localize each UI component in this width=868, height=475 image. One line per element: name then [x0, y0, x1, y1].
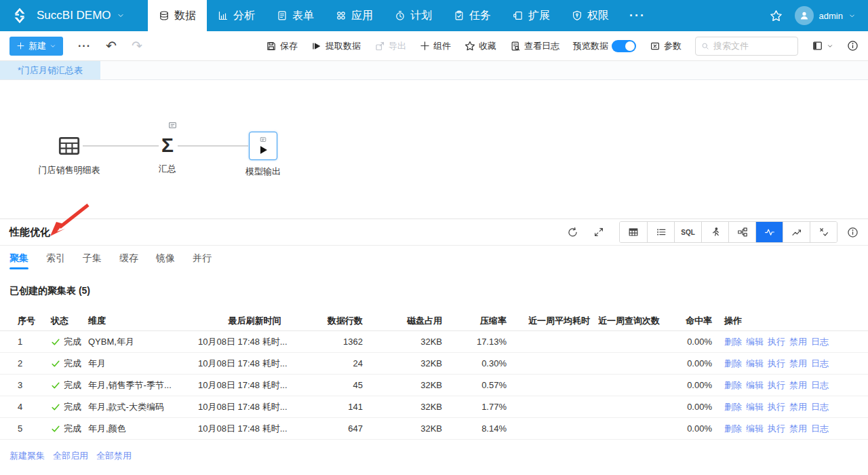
tab-mirror[interactable]: 镜像 — [156, 246, 175, 271]
cell-no: 2 — [0, 358, 46, 368]
new-button[interactable]: 新建 — [9, 37, 63, 56]
new-button-label: 新建 — [28, 40, 46, 52]
export-button[interactable]: 导出 — [374, 40, 406, 52]
refresh-button[interactable] — [567, 227, 578, 238]
delete-link[interactable]: 删除 — [724, 423, 742, 434]
nav-item-form[interactable]: 表单 — [266, 0, 325, 31]
delete-link[interactable]: 删除 — [724, 337, 742, 347]
disable-link[interactable]: 禁用 — [789, 423, 807, 434]
col-hit-rate: 命中率 — [661, 315, 713, 327]
expand-button[interactable] — [593, 227, 604, 238]
nav-label: 权限 — [587, 9, 609, 23]
edit-link[interactable]: 编辑 — [746, 423, 764, 434]
user-menu[interactable]: admin — [795, 6, 856, 25]
search-input[interactable] — [713, 41, 792, 51]
nav-item-plan[interactable]: 计划 — [384, 0, 443, 31]
layout-switcher[interactable] — [812, 40, 833, 52]
execute-link[interactable]: 执行 — [768, 402, 785, 412]
trend-view-button[interactable] — [783, 222, 810, 242]
table-view-button[interactable] — [620, 222, 647, 242]
undo-button[interactable]: ↶ — [106, 39, 117, 52]
chevron-down-icon — [50, 43, 56, 50]
favorite-button[interactable]: 收藏 — [465, 40, 496, 52]
model-canvas[interactable]: 门店销售明细表 Σ 汇总 模型输出 — [0, 80, 868, 218]
log-link[interactable]: 日志 — [811, 380, 829, 390]
nav-item-app[interactable]: 应用 — [325, 0, 384, 31]
performance-panel: 性能优化 SQL — [0, 218, 868, 472]
execute-link[interactable]: 执行 — [768, 358, 785, 368]
more-actions-button[interactable]: ··· — [78, 40, 91, 52]
edit-link[interactable]: 编辑 — [746, 402, 764, 412]
nav-item-task[interactable]: 任务 — [443, 0, 502, 31]
disable-all-link[interactable]: 全部禁用 — [96, 450, 132, 462]
flow-node-source-table[interactable]: 门店销售明细表 — [27, 133, 111, 176]
cell-compression: 17.13% — [444, 337, 509, 347]
info-icon[interactable] — [847, 40, 859, 52]
plugin-icon — [513, 10, 524, 21]
preview-data-toggle[interactable] — [612, 40, 636, 52]
editor-toolbar: 新建 ··· ↶ ↷ 保存 提取数据 导出 组件 收藏 查看日志 — [0, 31, 868, 61]
disable-link[interactable]: 禁用 — [789, 402, 807, 412]
tab-cache[interactable]: 缓存 — [119, 246, 138, 271]
log-link[interactable]: 日志 — [811, 423, 829, 434]
panel-header: 性能优化 SQL — [0, 219, 868, 246]
star-icon[interactable] — [770, 10, 783, 22]
edit-link[interactable]: 编辑 — [746, 358, 764, 368]
cell-disk-usage: 32KB — [365, 337, 444, 347]
cell-no: 1 — [0, 337, 46, 347]
tab-parallel[interactable]: 并行 — [193, 246, 212, 271]
pulse-icon — [764, 227, 775, 238]
save-button[interactable]: 保存 — [266, 40, 298, 52]
username: admin — [819, 11, 843, 21]
refresh-icon — [567, 227, 578, 238]
nav-item-extension[interactable]: 扩展 — [502, 0, 561, 31]
edit-link[interactable]: 编辑 — [746, 337, 764, 347]
delete-link[interactable]: 删除 — [724, 358, 742, 368]
component-button[interactable]: 组件 — [420, 40, 451, 52]
delete-link[interactable]: 删除 — [724, 402, 742, 412]
nav-item-permission[interactable]: 权限 — [561, 0, 620, 31]
redo-button[interactable]: ↷ — [132, 39, 142, 52]
chevron-down-icon — [117, 12, 125, 20]
cell-disk-usage: 32KB — [365, 380, 444, 390]
preview-data-control: 预览数据 — [573, 40, 636, 52]
performance-view-button[interactable] — [755, 222, 783, 242]
flow-view-button[interactable] — [728, 222, 755, 242]
validate-view-button[interactable] — [810, 222, 837, 242]
impact-analysis-button[interactable] — [701, 222, 728, 242]
list-view-button[interactable] — [647, 222, 674, 242]
col-row-count: 数据行数 — [315, 315, 365, 327]
nav-item-data[interactable]: 数据 — [148, 0, 207, 31]
flow-node-aggregate[interactable]: Σ 汇总 — [139, 121, 196, 175]
file-tab-active[interactable]: *门店月销汇总表 — [0, 61, 100, 79]
execute-link[interactable]: 执行 — [768, 423, 785, 434]
log-link[interactable]: 日志 — [811, 402, 829, 412]
brand[interactable]: SuccBI DEMO — [0, 0, 148, 31]
disable-link[interactable]: 禁用 — [789, 337, 807, 347]
sql-view-button[interactable]: SQL — [674, 222, 701, 242]
params-button[interactable]: 参数 — [650, 40, 682, 52]
nav-item-analysis[interactable]: 分析 — [207, 0, 266, 31]
view-log-button[interactable]: 查看日志 — [510, 40, 559, 52]
nav-more-button[interactable]: ··· — [620, 0, 655, 31]
tab-index[interactable]: 索引 — [46, 246, 65, 271]
tab-aggregate[interactable]: 聚集 — [9, 246, 28, 271]
disable-link[interactable]: 禁用 — [789, 358, 807, 368]
execute-link[interactable]: 执行 — [768, 337, 785, 347]
cell-refresh-time: 10月08日 17:48 耗时... — [194, 401, 315, 413]
extract-data-button[interactable]: 提取数据 — [311, 40, 361, 52]
tab-subset[interactable]: 子集 — [83, 246, 102, 271]
delete-link[interactable]: 删除 — [724, 380, 742, 390]
log-link[interactable]: 日志 — [811, 337, 829, 347]
new-aggregate-link[interactable]: 新建聚集 — [9, 450, 45, 462]
enable-all-link[interactable]: 全部启用 — [53, 450, 88, 462]
log-link[interactable]: 日志 — [811, 358, 829, 368]
table-row: 1 完成 QYBM,年月 10月08日 17:48 耗时... 1362 32K… — [0, 331, 868, 353]
table-node-icon — [56, 133, 82, 159]
execute-link[interactable]: 执行 — [768, 380, 785, 390]
edit-link[interactable]: 编辑 — [746, 380, 764, 390]
info-icon[interactable] — [847, 227, 859, 238]
cell-row-count: 45 — [315, 380, 365, 390]
flow-node-model-output[interactable]: 模型输出 — [229, 132, 297, 178]
disable-link[interactable]: 禁用 — [789, 380, 807, 390]
